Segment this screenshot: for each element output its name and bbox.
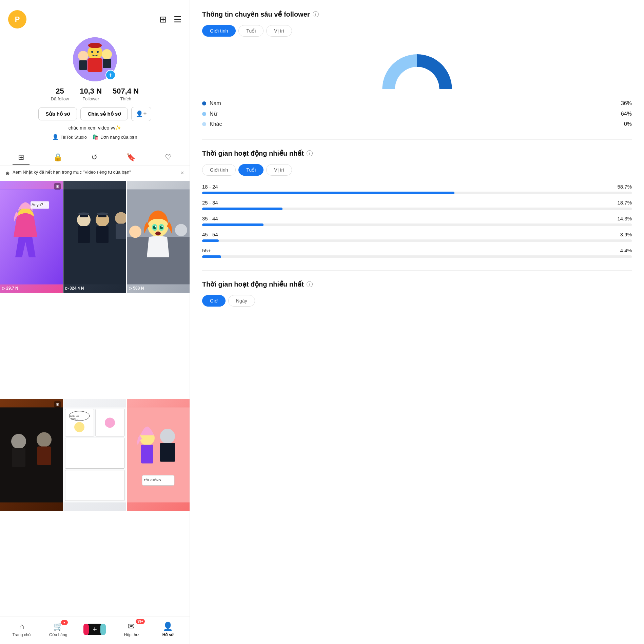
svg-point-40 <box>175 224 187 236</box>
nav-store[interactable]: 🛒 Cửa hàng ● <box>48 622 69 637</box>
follower-info-icon[interactable]: i <box>313 11 319 17</box>
legend-nam: Nam 36% <box>202 100 632 106</box>
tab-liked[interactable]: ♡ <box>159 150 177 165</box>
video-item-6[interactable]: TÔI KHÔNG <box>127 399 190 511</box>
svg-rect-3 <box>87 58 102 72</box>
svg-rect-46 <box>0 407 63 502</box>
notif-icon: ⊕ <box>5 170 10 176</box>
svg-rect-11 <box>103 59 111 68</box>
avatar-add-button[interactable]: + <box>105 70 116 80</box>
svg-rect-5 <box>91 43 99 47</box>
video-thumbnail-2 <box>63 181 126 293</box>
video-grid: Anya? Anya? ⊞ ▷ 29,7 N <box>0 181 190 617</box>
legend-nu: Nữ 64% <box>202 111 632 117</box>
notif-close-button[interactable]: × <box>180 170 184 177</box>
bar-55plus: 55+ 4.4% <box>202 248 632 258</box>
active-time-section2-title: Thời gian hoạt động nhiều nhất i <box>202 280 632 288</box>
tab-repost[interactable]: ↺ <box>86 150 103 165</box>
bio-links: 👤 TikTok Studio 🛍️ Đơn hàng của bạn <box>52 134 137 140</box>
donut-chart-wrapper <box>202 45 632 92</box>
nav-add[interactable]: + <box>84 624 105 635</box>
legend-nu-dot <box>202 112 206 116</box>
bar-25-34-label: 25 - 34 <box>202 200 218 206</box>
stat-thich: 507,4 N Thích <box>113 87 139 101</box>
inbox-label: Hộp thư <box>124 632 139 637</box>
tab-lock[interactable]: 🔒 <box>48 150 68 165</box>
inbox-icon: ✉ <box>128 622 135 631</box>
video-thumbnail-6: TÔI KHÔNG <box>127 399 190 511</box>
add-friend-button[interactable]: 👤+ <box>131 107 151 121</box>
legend-khac-dot <box>202 122 206 126</box>
legend-khac: Khác 0% <box>202 121 632 127</box>
active-time-info-icon[interactable]: i <box>307 150 313 156</box>
active-filter-age[interactable]: Tuổi <box>238 164 264 176</box>
filter-tab-gender[interactable]: Giới tính <box>202 25 236 37</box>
menu-icon[interactable]: ☰ <box>174 14 181 25</box>
video-item-5[interactable]: ตกลง แต่ ฉันจะ... <box>63 399 126 511</box>
filter-tab-day[interactable]: Ngày <box>228 295 255 307</box>
edit-profile-button[interactable]: Sửa hồ sơ <box>38 108 77 120</box>
bar-18-24-fill <box>202 192 454 194</box>
svg-text:Anya?: Anya? <box>32 202 43 207</box>
svg-point-34 <box>153 226 156 229</box>
svg-rect-57 <box>127 407 190 502</box>
tab-grid[interactable]: ⊞ <box>13 150 30 165</box>
bookmark-icon[interactable]: ⊞ <box>159 14 167 25</box>
follower-filter-tabs: Giới tính Tuổi Vị trí <box>202 25 632 37</box>
svg-point-35 <box>160 226 163 229</box>
video-item-2[interactable]: ▷ 324,4 N <box>63 181 126 293</box>
svg-point-10 <box>102 49 112 59</box>
svg-text:ฉันจะ...: ฉันจะ... <box>71 418 78 420</box>
tab-tagged[interactable]: 🔖 <box>121 150 141 165</box>
bottom-nav: ⌂ Trang chủ 🛒 Cửa hàng ● + ✉ Hộp thư 99+… <box>0 617 190 644</box>
video-thumbnail-3 <box>127 181 190 293</box>
active-filter-gender[interactable]: Giới tính <box>202 164 236 176</box>
video-thumbnail-4 <box>0 399 63 511</box>
svg-point-7 <box>97 51 99 53</box>
bar-18-24-value: 58.7% <box>617 184 632 190</box>
filter-tab-hour[interactable]: Giờ <box>202 295 226 307</box>
video-item-4[interactable]: ⊞ <box>0 399 63 511</box>
svg-point-59 <box>160 429 175 444</box>
bar-25-34: 25 - 34 18.7% <box>202 200 632 210</box>
add-button[interactable]: + <box>86 624 103 635</box>
svg-rect-9 <box>79 60 87 70</box>
legend-nam-label: Nam <box>210 100 618 106</box>
svg-rect-61 <box>141 445 153 463</box>
age-bar-chart: 18 - 24 58.7% 25 - 34 18.7% 35 - 44 14.3… <box>202 184 632 258</box>
share-profile-button[interactable]: Chia sẻ hồ sơ <box>80 108 128 120</box>
stat-follow: 25 Đã follow <box>51 87 69 101</box>
stat-thich-label: Thích <box>113 96 139 101</box>
top-bar: P ⊞ ☰ <box>0 0 190 32</box>
stat-follower-label: Follower <box>80 96 102 101</box>
bar-45-54: 45 - 54 3.9% <box>202 232 632 242</box>
store-badge: ● <box>61 620 68 625</box>
active-time-filter-tabs: Giới tính Tuổi Vị trí <box>202 164 632 176</box>
left-panel: P ⊞ ☰ <box>0 0 190 644</box>
nav-home[interactable]: ⌂ Trang chủ <box>12 622 32 637</box>
bar-25-34-value: 18.7% <box>617 200 632 206</box>
avatar-container: + <box>73 37 117 81</box>
filter-tab-location[interactable]: Vị trí <box>266 25 292 37</box>
nav-profile[interactable]: 👤 Hồ sơ <box>158 622 178 637</box>
nav-inbox[interactable]: ✉ Hộp thư 99+ <box>121 622 141 637</box>
svg-point-26 <box>97 212 108 215</box>
svg-point-6 <box>91 51 93 53</box>
bar-18-24-track <box>202 192 632 194</box>
svg-rect-60 <box>160 443 175 462</box>
bar-18-24-label: 18 - 24 <box>202 184 218 190</box>
don-hang-link[interactable]: 🛍️ Đơn hàng của bạn <box>92 134 137 140</box>
video-item-1[interactable]: Anya? Anya? ⊞ ▷ 29,7 N <box>0 181 63 293</box>
bar-45-54-label: 45 - 54 <box>202 232 218 237</box>
active-time2-info-icon[interactable]: i <box>307 281 313 287</box>
video-image-icon-4: ⊞ <box>54 401 61 408</box>
action-row: Sửa hồ sơ Chia sẻ hồ sơ 👤+ <box>38 107 151 121</box>
active-filter-location[interactable]: Vị trí <box>266 164 292 176</box>
bar-35-44-track <box>202 223 632 226</box>
profile-tabs: ⊞ 🔒 ↺ 🔖 ♡ <box>0 145 190 165</box>
legend-khac-value: 0% <box>624 121 632 127</box>
filter-tab-age[interactable]: Tuổi <box>238 25 264 37</box>
video-item-3[interactable]: ▷ 583 N <box>127 181 190 293</box>
tiktok-studio-link[interactable]: 👤 TikTok Studio <box>52 134 87 140</box>
svg-text:TÔI KHÔNG: TÔI KHÔNG <box>144 479 161 482</box>
